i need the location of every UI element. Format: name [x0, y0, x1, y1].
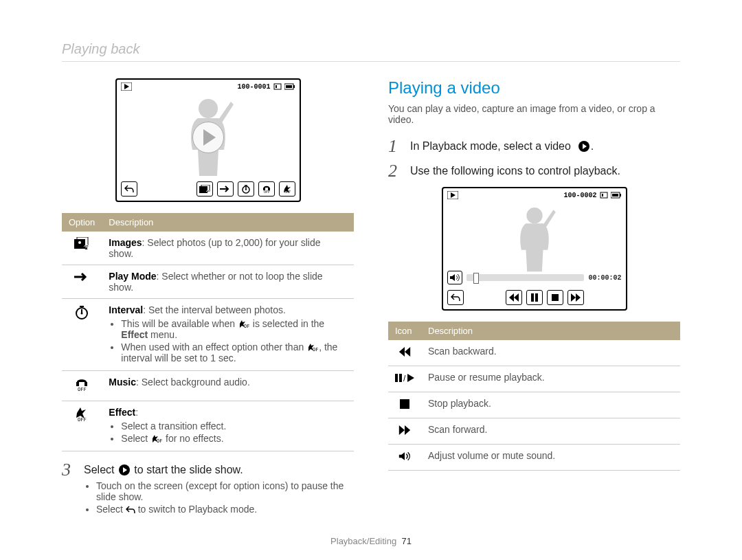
- svg-rect-8: [199, 186, 207, 193]
- table-row: / Pause or resume playback.: [388, 366, 680, 392]
- page-footer: Playback/Editing 71: [0, 536, 742, 546]
- step-3: 3 Select to start the slide show. Touch …: [62, 461, 354, 516]
- svg-text:OFF: OFF: [78, 417, 87, 422]
- playback-mode-icon: [447, 191, 458, 199]
- svg-text:OFF: OFF: [264, 190, 270, 194]
- svg-point-16: [78, 241, 81, 244]
- step-1: 1 In Playback mode, select a video .: [388, 137, 680, 155]
- svg-rect-34: [531, 293, 534, 302]
- svg-text:OFF: OFF: [244, 324, 250, 328]
- back-button[interactable]: [447, 290, 464, 305]
- svg-rect-45: [400, 399, 409, 409]
- svg-rect-29: [612, 194, 618, 197]
- volume-button[interactable]: [447, 271, 462, 284]
- svg-text:OFF: OFF: [284, 190, 291, 194]
- play-mode-icon: [62, 265, 102, 299]
- svg-rect-35: [535, 293, 538, 302]
- effect-icon: OFF: [62, 401, 102, 451]
- svg-point-18: [81, 313, 83, 315]
- stop-icon: [388, 392, 421, 418]
- svg-marker-38: [576, 293, 581, 302]
- rewind-icon: [388, 340, 421, 366]
- rewind-button[interactable]: [506, 290, 522, 305]
- video-lcd: 100-0002 00:00:02: [442, 187, 627, 311]
- svg-marker-44: [407, 374, 414, 382]
- interval-button[interactable]: [238, 181, 254, 197]
- video-icons-table: Icon Description Scan backward. / Pause …: [388, 322, 680, 471]
- back-arrow-icon: [126, 506, 135, 514]
- svg-marker-39: [399, 347, 405, 357]
- svg-marker-33: [514, 293, 519, 302]
- images-icon: [62, 232, 102, 265]
- svg-rect-27: [602, 194, 603, 197]
- col-description: Description: [102, 213, 354, 232]
- timecode: 00:00:02: [588, 274, 621, 282]
- svg-marker-47: [405, 425, 410, 435]
- file-counter: 100-0002: [563, 192, 596, 199]
- memory-icon: [600, 192, 608, 199]
- file-counter: 100-0001: [237, 83, 270, 91]
- svg-text:OFF: OFF: [157, 438, 163, 443]
- svg-rect-5: [286, 85, 292, 88]
- step-text: In Playback mode, select a video .: [410, 137, 594, 153]
- svg-rect-2: [274, 84, 281, 89]
- back-button[interactable]: [121, 181, 137, 197]
- interval-icon: [62, 299, 102, 371]
- battery-icon: [611, 192, 622, 199]
- table-row: Adjust volume or mute sound.: [388, 445, 680, 471]
- svg-rect-30: [620, 194, 621, 197]
- stop-button[interactable]: [547, 290, 563, 305]
- svg-rect-6: [293, 85, 295, 88]
- music-icon: OFF: [62, 371, 102, 401]
- svg-marker-46: [399, 425, 405, 435]
- music-button[interactable]: OFF: [258, 181, 275, 197]
- col-option: Option: [62, 213, 102, 232]
- col-icon: Icon: [388, 322, 421, 340]
- section-title: Playing a video: [388, 78, 680, 98]
- step-text: Select to start the slide show.: [84, 461, 354, 476]
- table-row: OFF Effect: Select a transition effect. …: [62, 401, 354, 451]
- play-mode-button[interactable]: [217, 181, 234, 197]
- child-silhouette: [507, 204, 562, 273]
- play-overlay: [192, 122, 224, 153]
- svg-text:OFF: OFF: [313, 347, 319, 352]
- table-row: Scan backward.: [388, 340, 680, 366]
- table-row: Images: Select photos (up to 2,000) for …: [62, 232, 354, 265]
- svg-point-11: [245, 189, 247, 190]
- battery-icon: [284, 83, 295, 90]
- svg-marker-1: [124, 84, 129, 89]
- step-number: 3: [62, 461, 76, 479]
- progress-bar[interactable]: [466, 274, 585, 281]
- svg-marker-32: [509, 293, 514, 302]
- step-text: Use the following icons to control playb…: [410, 162, 620, 177]
- svg-marker-25: [451, 192, 456, 198]
- memory-icon: [273, 83, 282, 90]
- images-button[interactable]: [196, 181, 213, 197]
- step-2: 2 Use the following icons to control pla…: [388, 162, 680, 180]
- page-header: Playing back: [62, 41, 680, 62]
- step-number: 2: [388, 162, 402, 180]
- section-intro: You can play a video, capture an image f…: [388, 103, 680, 125]
- svg-marker-37: [571, 293, 576, 302]
- forward-button[interactable]: [567, 290, 584, 305]
- svg-rect-42: [399, 374, 402, 382]
- svg-marker-40: [405, 347, 410, 357]
- pause-button[interactable]: [526, 290, 543, 305]
- slideshow-options-table: Option Description Images: Select photos…: [62, 213, 354, 451]
- svg-text:/: /: [403, 374, 406, 383]
- table-row: OFF Music: Select background audio.: [62, 371, 354, 401]
- svg-point-7: [199, 99, 218, 118]
- table-row: Stop playback.: [388, 392, 680, 418]
- svg-rect-26: [600, 192, 607, 198]
- volume-icon: [388, 445, 421, 471]
- effect-button[interactable]: OFF: [279, 181, 295, 197]
- svg-text:OFF: OFF: [78, 387, 87, 392]
- left-column: 100-0001: [62, 78, 354, 523]
- forward-icon: [388, 418, 421, 445]
- step-number: 1: [388, 137, 402, 155]
- svg-rect-41: [395, 374, 398, 382]
- slideshow-lcd: 100-0001: [115, 78, 301, 202]
- table-row: Interval: Set the interval between photo…: [62, 299, 354, 371]
- pause-play-icon: /: [388, 366, 421, 392]
- play-icon: [578, 141, 589, 152]
